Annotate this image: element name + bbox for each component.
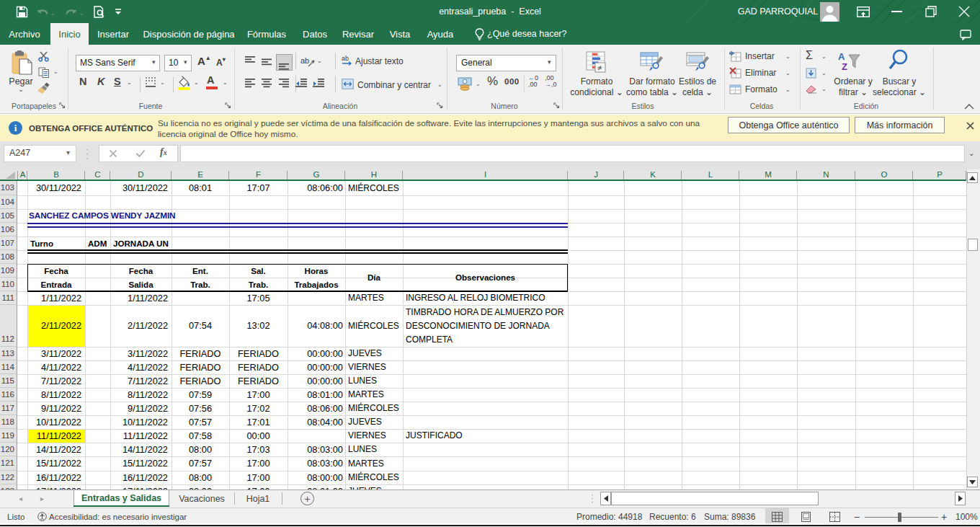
svg-text:≠: ≠ xyxy=(597,63,602,72)
svg-text:ab: ab xyxy=(300,56,309,65)
svg-text:A: A xyxy=(838,51,845,62)
svg-text:ab: ab xyxy=(342,55,349,62)
svg-text:Z: Z xyxy=(842,61,847,72)
